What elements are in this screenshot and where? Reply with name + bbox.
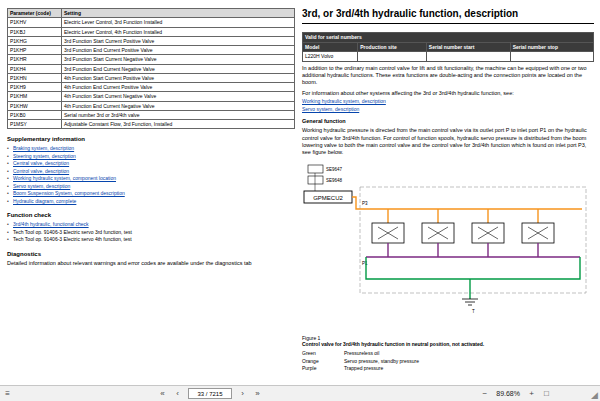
parameter-setting: 3rd Function End Current Positive Valve (62, 46, 295, 55)
fit-page-icon[interactable]: □ (540, 387, 553, 400)
function-check-item: Tech Tool op. 91406-3 Electric servo 3rd… (7, 229, 295, 237)
parameter-setting: 4th Function End Current Negative Valve (62, 101, 295, 110)
serial-table-caption: Valid for serial numbers (303, 33, 594, 43)
zoom-out-icon[interactable]: − (478, 387, 491, 400)
supplementary-heading: Supplementary information (7, 136, 295, 142)
next-page-icon[interactable]: › (236, 387, 249, 400)
parameter-code: P1KHV (8, 18, 62, 27)
hydraulic-diagram: SE9647 SE9648 GPMECU2 P3 P1 T (302, 161, 594, 329)
parameter-code: P1KHP (8, 46, 62, 55)
document-page: Parameter (code) Setting P1KHVElectric L… (0, 0, 600, 385)
serial-cell (358, 52, 427, 62)
serial-column-header: Serial number stop (510, 42, 593, 52)
supplementary-link-item: Control valve, description (7, 168, 295, 176)
parameter-code: P1KH9 (8, 83, 62, 92)
serial-cell (510, 52, 593, 62)
see-also-item: Working hydraulic system, description (302, 98, 594, 106)
parameter-table-header-row: Parameter (code) Setting (8, 9, 295, 18)
prev-page-icon[interactable]: ‹ (171, 387, 184, 400)
page-title: 3rd, or 3rd/4th hydraulic function, desc… (302, 8, 594, 24)
port-p1-label: P1 (362, 261, 368, 266)
supplementary-link[interactable]: Servo system, description (13, 183, 70, 189)
parameter-setting: Electric Lever Control, 4th Function Ins… (62, 27, 295, 36)
resize-grip-icon[interactable]: ◢ (591, 390, 598, 400)
supplementary-link-item: Servo system, description (7, 183, 295, 191)
parameter-setting: 4th Function Start Current Positive Valv… (62, 73, 295, 82)
see-links: Working hydraulic system, descriptionSer… (302, 98, 594, 113)
parameter-table-body: P1KHVElectric Lever Control, 3rd Functio… (8, 18, 295, 129)
zoom-level-label: 89.68% (496, 390, 520, 397)
first-page-icon[interactable]: « (156, 387, 169, 400)
sensor1-label: SE9647 (326, 167, 343, 172)
serial-table-body: L220H Volvo (303, 52, 594, 62)
supplementary-link[interactable]: Boom Suspension System, component descri… (13, 190, 125, 196)
figure-caption: Control valve for 3rd/4th hydraulic func… (302, 341, 594, 348)
servo-pressure-line (352, 197, 582, 209)
figure-1: SE9647 SE9648 GPMECU2 P3 P1 T (302, 161, 594, 373)
supplementary-link-item: Working hydraulic system, component loca… (7, 175, 295, 183)
supplementary-link[interactable]: Braking system, description (13, 145, 74, 151)
general-function-text: Working hydraulic pressure is directed f… (302, 127, 594, 157)
parameter-code: P1KHR (8, 55, 62, 64)
parameter-code: P1KHG (8, 36, 62, 45)
supplementary-link[interactable]: Control valve, description (13, 168, 69, 174)
legend-color-name: Purple (302, 365, 344, 373)
parameter-setting: 3rd Function Start Current Negative Valv… (62, 55, 295, 64)
supplementary-link-item: Boom Suspension System, component descri… (7, 190, 295, 198)
parameter-setting-header: Setting (62, 9, 295, 18)
parameter-row: P1KHN4th Function Start Current Positive… (8, 73, 295, 82)
sensor-symbol (308, 165, 323, 173)
parameter-row: P1KB0Serial number 3rd or 3rd/4th valve (8, 110, 295, 119)
supplementary-link[interactable]: Hydraulic diagram, complete (13, 198, 76, 204)
parameter-row: P1KBJElectric Lever Control, 4th Functio… (8, 27, 295, 36)
parameter-code: P1KHM (8, 92, 62, 101)
parameter-code: P1KBJ (8, 27, 62, 36)
parameter-code: P1KHN (8, 73, 62, 82)
zoom-in-icon[interactable]: + (525, 387, 538, 400)
supplementary-link-item: Hydraulic diagram, complete (7, 198, 295, 206)
parameter-row: P1KHVElectric Lever Control, 3rd Functio… (8, 18, 295, 27)
right-column: 3rd, or 3rd/4th hydraulic function, desc… (302, 8, 594, 373)
supplementary-link-item: Braking system, description (7, 145, 295, 153)
parameter-row: P1KHP3rd Function End Current Positive V… (8, 46, 295, 55)
intro-text: In addition to the ordinary main control… (302, 65, 594, 87)
parameter-setting: 4th Function Start Current Negative Valv… (62, 92, 295, 101)
parameter-table: Parameter (code) Setting P1KHVElectric L… (7, 8, 295, 129)
legend-row: PurpleTrapped pressure (302, 365, 594, 373)
sensor2-label: SE9648 (326, 178, 343, 183)
serial-column-header: Serial number start (426, 42, 510, 52)
parameter-row: P1MSYAdjustable Constant Flow, 3rd Funct… (8, 120, 295, 129)
parameter-setting: 4th Function End Current Positive Valve (62, 83, 295, 92)
general-function-heading: General function (302, 118, 594, 124)
sidebar-toggle-icon[interactable]: ≡ (1, 387, 14, 400)
serial-table-header-row: ModelProduction siteSerial number startS… (303, 42, 594, 52)
supplementary-links: Braking system, descriptionSteering syst… (7, 145, 295, 205)
figure-legend: GreenPressureless oilOrangeServo pressur… (302, 350, 594, 373)
left-column: Parameter (code) Setting P1KHVElectric L… (7, 8, 295, 267)
serial-number-table: Valid for serial numbers ModelProduction… (302, 32, 594, 62)
function-check-text: Tech Tool op. 91406-3 Electric servo 3rd… (13, 229, 132, 235)
parameter-setting: Serial number 3rd or 3rd/4th valve (62, 110, 295, 119)
supplementary-link[interactable]: Working hydraulic system, component loca… (13, 175, 116, 181)
see-text: For information about other systems affe… (302, 90, 594, 97)
function-check-link[interactable]: 3rd/4th hydraulic, functional check (13, 221, 89, 227)
supplementary-link[interactable]: Steering system, description (13, 153, 76, 159)
see-also-link[interactable]: Servo system, description (302, 106, 359, 112)
last-page-icon[interactable]: » (251, 387, 264, 400)
see-also-link[interactable]: Working hydraulic system, description (302, 98, 386, 104)
supplementary-link-item: Central valve, description (7, 160, 295, 168)
tank-symbol (462, 299, 478, 305)
sensor-symbol (308, 176, 323, 184)
serial-table-row: L220H Volvo (303, 52, 594, 62)
parameter-row: P1KHW4th Function End Current Negative V… (8, 101, 295, 110)
parameter-code-header: Parameter (code) (8, 9, 62, 18)
diagnostics-heading: Diagnostics (7, 251, 295, 257)
function-check-text: Tech Tool op. 91406-3 Electric servo 4th… (13, 236, 132, 242)
legend-row: OrangeServo pressure, standby pressure (302, 358, 594, 366)
see-also-item: Servo system, description (302, 106, 594, 114)
parameter-code: P1KB0 (8, 110, 62, 119)
serial-cell: L220H Volvo (303, 52, 358, 62)
page-number-input[interactable] (188, 388, 232, 399)
viewer-toolbar: ≡ « ‹ › » − 89.68% + □ ◢ (0, 385, 600, 401)
supplementary-link[interactable]: Central valve, description (13, 160, 69, 166)
